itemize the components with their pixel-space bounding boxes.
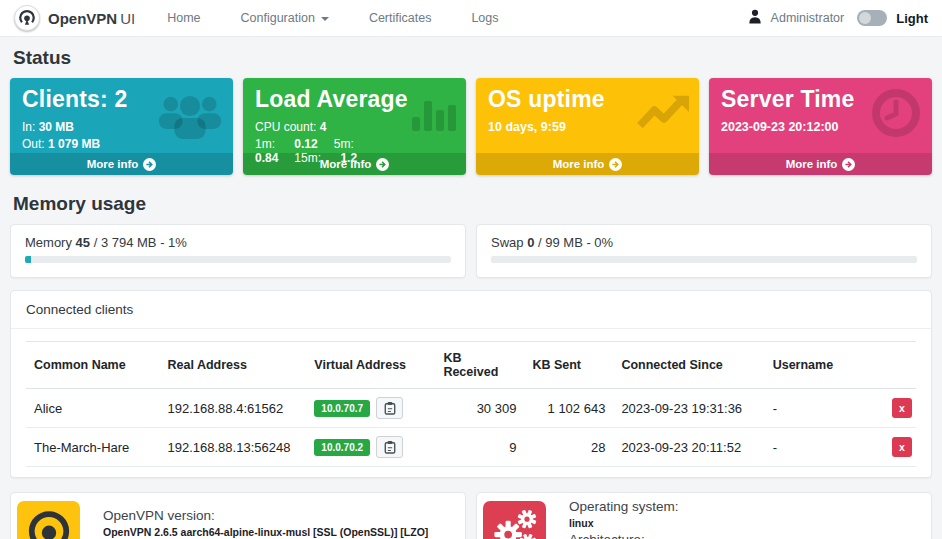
col-actions: [858, 342, 916, 389]
col-kb-sent: KB Sent: [524, 342, 613, 389]
brand-suffix: UI: [120, 10, 135, 27]
load-15m-label: 15m:: [294, 151, 321, 165]
openvpn-logo-icon: [17, 501, 80, 539]
cell-virtual-address: 10.0.70.7: [306, 389, 435, 428]
cell-real-address: 192.168.88.4:61562: [160, 389, 307, 428]
col-real-address: Real Address: [160, 342, 307, 389]
clock-icon: [870, 93, 922, 143]
col-kb-received: KB Received: [435, 342, 524, 389]
cell-common-name: The-March-Hare: [26, 428, 160, 467]
chevron-down-icon: [321, 17, 329, 21]
clients-table-header-row: Common Name Real Address Virtual Address…: [26, 342, 916, 389]
clients-in-value: 30 MB: [39, 120, 74, 134]
swap-meter-text: Swap 0 / 99 MB - 0%: [491, 235, 917, 250]
server-time-card: Server Time 2023-09-23 20:12:00 More inf…: [709, 78, 932, 175]
memory-heading: Memory usage: [13, 193, 929, 215]
memory-meter: Memory 45 / 3 794 MB - 1%: [10, 224, 466, 278]
openvpn-version-value: OpenVPN 2.6.5 aarch64-alpine-linux-musl …: [103, 524, 447, 539]
os-uptime-card: OS uptime 10 days, 9:59 More info: [476, 78, 699, 175]
cell-virtual-address: 10.0.70.2: [306, 428, 435, 467]
more-info-label: More info: [553, 158, 605, 170]
nav-item-certificates[interactable]: Certificates: [369, 11, 432, 25]
memory-meters: Memory 45 / 3 794 MB - 1% Swap 0 / 99 MB…: [10, 224, 932, 278]
connected-clients-panel: Connected clients Common Name Real Addre…: [10, 290, 932, 478]
nav-item-certificates-label: Certificates: [369, 11, 432, 25]
memory-progress-bar: [25, 256, 451, 263]
operating-system-card: Operating system: linux Architecture: ar…: [476, 492, 932, 539]
cpu-count-value: 4: [320, 120, 327, 134]
memory-progress-fill: [25, 256, 31, 263]
swap-label: Swap: [491, 235, 524, 250]
clients-out-label: Out:: [22, 137, 45, 151]
os-value: linux: [569, 515, 679, 531]
brand-title: OpenVPNUI: [48, 10, 135, 27]
load-values-line: 1m: 0.125m: 0.8415m: 1.2: [255, 137, 454, 165]
swap-used: 0: [527, 235, 534, 250]
load-1m-label: 1m:: [255, 137, 275, 151]
cell-common-name: Alice: [26, 389, 160, 428]
table-row: Alice 192.168.88.4:61562 10.0.70.7 30 30…: [26, 389, 916, 428]
disconnect-client-button[interactable]: x: [892, 437, 912, 457]
navbar-right: Administrator Light: [748, 9, 928, 28]
memory-used: 45: [76, 235, 90, 250]
load-average-card: Load Average CPU count: 4 1m: 0.125m: 0.…: [243, 78, 466, 175]
more-info-label: More info: [786, 158, 838, 170]
col-virtual-address: Virtual Address: [306, 342, 435, 389]
cell-kb-received: 30 309: [435, 389, 524, 428]
cell-username: -: [765, 428, 858, 467]
status-heading: Status: [13, 47, 929, 69]
table-row: The-March-Hare 192.168.88.13:56248 10.0.…: [26, 428, 916, 467]
load-1m: 1m: 0.12: [255, 137, 318, 151]
nav-item-configuration-label: Configuration: [241, 11, 315, 25]
openvpn-version-title: OpenVPN version:: [103, 508, 447, 523]
theme-toggle[interactable]: [857, 10, 887, 26]
gears-icon: [483, 501, 546, 539]
clipboard-icon: [384, 401, 396, 415]
os-title: Operating system:: [569, 499, 679, 514]
col-connected-since: Connected Since: [613, 342, 764, 389]
theme-label: Light: [896, 11, 928, 26]
cell-kb-sent: 28: [524, 428, 613, 467]
cell-username: -: [765, 389, 858, 428]
openvpn-logo-icon: [14, 5, 40, 31]
load-1m-value: 0.12: [294, 137, 317, 151]
nav-item-home[interactable]: Home: [167, 11, 200, 25]
time-more-info-link[interactable]: More info: [709, 153, 932, 175]
more-info-label: More info: [87, 158, 139, 170]
user-menu[interactable]: Administrator: [771, 11, 845, 25]
uptime-more-info-link[interactable]: More info: [476, 153, 699, 175]
cell-real-address: 192.168.88.13:56248: [160, 428, 307, 467]
nav-item-logs[interactable]: Logs: [471, 11, 498, 25]
clients-card: Clients: 2 In: 30 MB Out: 1 079 MB More …: [10, 78, 233, 175]
load-5m-label: 5m:: [334, 137, 354, 151]
copy-ip-button[interactable]: [376, 436, 403, 458]
arrow-circle-right-icon: [143, 158, 156, 171]
disconnect-client-button[interactable]: x: [892, 398, 912, 418]
trend-up-icon: [637, 93, 689, 137]
swap-progress-bar: [491, 256, 917, 263]
brand[interactable]: OpenVPNUI: [14, 5, 135, 31]
swap-total: / 99 MB - 0%: [538, 235, 613, 250]
load-15m: 15m: 1.2: [294, 151, 357, 165]
arrow-circle-right-icon: [609, 158, 622, 171]
col-username: Username: [765, 342, 858, 389]
bar-chart-icon: [412, 93, 456, 135]
cell-connected-since: 2023-09-23 20:11:52: [613, 428, 764, 467]
status-cards: Clients: 2 In: 30 MB Out: 1 079 MB More …: [10, 78, 932, 175]
nav-item-home-label: Home: [167, 11, 200, 25]
person-icon: [748, 9, 762, 28]
nav-item-configuration[interactable]: Configuration: [241, 11, 329, 25]
clients-out-value: 1 079 MB: [48, 137, 100, 151]
arch-title: Architecture:: [569, 532, 679, 539]
memory-label: Memory: [25, 235, 72, 250]
cell-connected-since: 2023-09-23 19:31:36: [613, 389, 764, 428]
clients-more-info-link[interactable]: More info: [10, 153, 233, 175]
brand-name: OpenVPN: [48, 10, 117, 27]
memory-total: / 3 794 MB - 1%: [94, 235, 187, 250]
cpu-count-label: CPU count:: [255, 120, 316, 134]
copy-ip-button[interactable]: [376, 397, 403, 419]
clipboard-icon: [384, 440, 396, 454]
users-icon: [157, 93, 223, 145]
nav-item-logs-label: Logs: [471, 11, 498, 25]
cell-kb-received: 9: [435, 428, 524, 467]
